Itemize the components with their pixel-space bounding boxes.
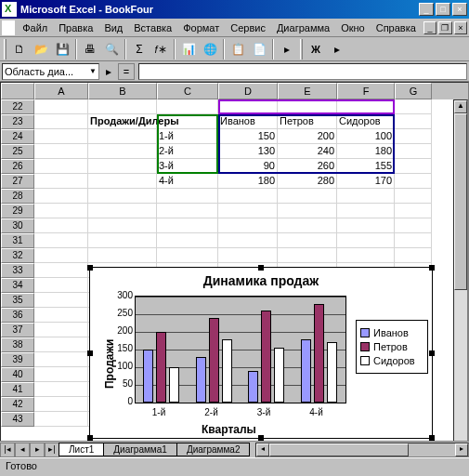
row-header[interactable]: 22 (1, 99, 34, 114)
row-header[interactable]: 32 (1, 248, 34, 263)
cell[interactable] (34, 308, 88, 323)
chart-bar[interactable] (196, 357, 206, 403)
tab-next-button[interactable]: ▸ (30, 443, 45, 457)
cell[interactable] (34, 144, 88, 159)
maximize-button[interactable]: □ (436, 3, 450, 16)
name-box[interactable]: Область диа... ▼ (2, 63, 99, 80)
scroll-left-button[interactable]: ◂ (256, 443, 269, 456)
cell[interactable] (278, 204, 337, 218)
cell[interactable] (218, 189, 278, 204)
cell[interactable] (34, 367, 88, 382)
cell[interactable] (157, 248, 218, 263)
open-button[interactable]: 📂 (31, 39, 51, 60)
row-header[interactable]: 33 (1, 263, 34, 278)
cell[interactable] (337, 204, 395, 218)
cell[interactable] (34, 174, 88, 189)
cell[interactable] (34, 263, 88, 278)
cell[interactable] (337, 189, 395, 204)
save-button[interactable]: 💾 (52, 39, 72, 60)
chart-bar[interactable] (261, 311, 271, 403)
legend-item[interactable]: Сидоров (360, 355, 423, 366)
chart-bar[interactable] (274, 348, 284, 403)
cell[interactable]: Иванов (218, 114, 278, 129)
formula-more-button[interactable]: ▸ (101, 63, 116, 80)
cell[interactable]: 130 (218, 144, 278, 159)
row-header[interactable]: 41 (1, 382, 34, 397)
col-header[interactable]: G (395, 83, 432, 99)
cell[interactable] (88, 248, 157, 263)
cell[interactable] (34, 114, 88, 129)
col-header[interactable]: A (34, 83, 88, 99)
cell[interactable] (337, 218, 395, 233)
cell[interactable] (34, 337, 88, 352)
tab-first-button[interactable]: |◂ (0, 443, 15, 457)
cell[interactable] (278, 233, 337, 248)
cell[interactable] (395, 159, 432, 174)
cell[interactable]: 240 (278, 144, 337, 159)
row-header[interactable]: 34 (1, 278, 34, 293)
legend-item[interactable]: Иванов (360, 327, 423, 338)
row-header[interactable]: 23 (1, 114, 34, 129)
cell[interactable] (34, 397, 88, 412)
more-button-2[interactable]: ▸ (327, 39, 347, 60)
cell[interactable] (157, 99, 218, 114)
row-header[interactable]: 28 (1, 189, 34, 204)
cell[interactable] (88, 189, 157, 204)
row-header[interactable]: 40 (1, 367, 34, 382)
cell[interactable] (88, 129, 157, 144)
cell[interactable] (278, 218, 337, 233)
cell[interactable] (34, 233, 88, 248)
col-header[interactable]: F (337, 83, 395, 99)
cell[interactable]: Продажи/Дилеры (88, 114, 157, 129)
cell[interactable] (34, 159, 88, 174)
worksheet[interactable]: A B C D E F G 2223Продажи/ДилерыИвановПе… (0, 82, 469, 457)
cell[interactable] (157, 204, 218, 218)
cell[interactable] (395, 189, 432, 204)
row-header[interactable]: 43 (1, 412, 34, 427)
cell[interactable] (337, 233, 395, 248)
cell[interactable] (88, 204, 157, 218)
cell[interactable] (34, 293, 88, 308)
cell[interactable]: 155 (337, 159, 395, 174)
copy-button[interactable]: 📋 (228, 39, 248, 60)
chart-bar[interactable] (156, 332, 166, 403)
paste-button[interactable]: 📄 (249, 39, 269, 60)
chart-xlabel[interactable]: Кварталы (202, 423, 256, 436)
cell[interactable] (34, 99, 88, 114)
formula-equals-button[interactable]: = (118, 63, 135, 80)
cell[interactable] (395, 129, 432, 144)
sum-button[interactable]: Σ (129, 39, 150, 60)
sheet-tab[interactable]: Лист1 (59, 443, 104, 456)
legend-item[interactable]: Петров (360, 341, 423, 352)
cell[interactable] (395, 114, 432, 129)
cell[interactable] (278, 189, 337, 204)
cell[interactable] (157, 233, 218, 248)
row-header[interactable]: 37 (1, 323, 34, 337)
cell[interactable]: 1-й (157, 129, 218, 144)
menu-format[interactable]: Формат (177, 20, 225, 35)
toolbar-handle-2[interactable] (300, 39, 303, 60)
hscroll-thumb[interactable] (269, 443, 409, 456)
cell[interactable] (395, 204, 432, 218)
row-header[interactable]: 29 (1, 204, 34, 218)
cell[interactable]: 180 (337, 144, 395, 159)
cell[interactable] (157, 218, 218, 233)
chart-plot-area[interactable] (135, 296, 346, 403)
print-button[interactable]: 🖶 (80, 39, 100, 60)
cell[interactable]: 150 (218, 129, 278, 144)
cell[interactable] (218, 233, 278, 248)
sheet-tab[interactable]: Диаграмма2 (176, 443, 251, 456)
cell[interactable] (34, 189, 88, 204)
bold-button[interactable]: Ж (306, 39, 326, 60)
chart-bar[interactable] (169, 367, 179, 403)
tab-last-button[interactable]: ▸| (45, 443, 59, 457)
scroll-right-button[interactable]: ▸ (455, 443, 468, 456)
menu-tools[interactable]: Сервис (225, 20, 271, 35)
cell[interactable] (34, 323, 88, 337)
sheet-tab[interactable]: Диаграмма1 (103, 443, 177, 456)
row-header[interactable]: 25 (1, 144, 34, 159)
row-header[interactable]: 35 (1, 293, 34, 308)
cell[interactable] (34, 204, 88, 218)
row-header[interactable]: 31 (1, 233, 34, 248)
cell[interactable] (34, 129, 88, 144)
